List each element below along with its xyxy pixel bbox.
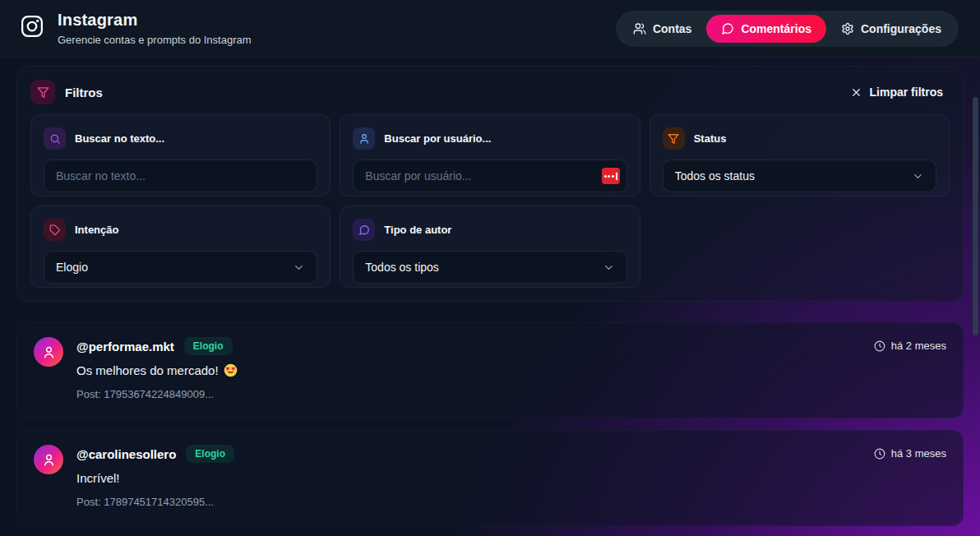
filter-label: Status bbox=[694, 132, 727, 145]
comment-text: Os melhores do mercado! ♥ ♥ bbox=[76, 363, 861, 377]
status-select[interactable]: Todos os status bbox=[663, 159, 936, 192]
app-header: Instagram Gerencie contas e prompts do I… bbox=[0, 0, 980, 58]
lastpass-autofill-icon[interactable] bbox=[602, 168, 620, 184]
main-nav: Contas Comentários Configurações bbox=[616, 11, 959, 47]
svg-text:♥: ♥ bbox=[225, 366, 229, 372]
instagram-logo-icon bbox=[20, 14, 44, 39]
tag-icon bbox=[44, 219, 66, 241]
comment-username: @performae.mkt bbox=[76, 340, 174, 353]
comment-username: @carolinesollero bbox=[76, 447, 176, 461]
person-icon bbox=[41, 452, 57, 468]
author-type-select[interactable]: Todos os tipos bbox=[353, 251, 626, 284]
filters-title: Filtros bbox=[65, 85, 103, 99]
comment-text-value: Incrível! bbox=[76, 471, 120, 485]
filter-label: Buscar por usuário... bbox=[384, 132, 491, 145]
comment-post-id: Post: 17897451714320595... bbox=[76, 496, 861, 508]
intent-select[interactable]: Elogio bbox=[44, 251, 317, 284]
comment-post-id: Post: 17953674224849009... bbox=[76, 388, 861, 400]
filter-card-user-search: Buscar por usuário... bbox=[340, 114, 640, 196]
intent-badge: Elogio bbox=[184, 337, 233, 355]
chevron-down-icon bbox=[293, 261, 305, 274]
scrollbar[interactable] bbox=[973, 97, 978, 335]
clock-icon bbox=[874, 448, 885, 460]
status-select-value: Todos os status bbox=[675, 169, 755, 183]
comment-timestamp: há 2 meses bbox=[874, 337, 946, 400]
chat-bubble-icon bbox=[353, 219, 375, 241]
clear-filters-button[interactable]: Limpar filtros bbox=[844, 81, 950, 104]
nav-tab-label: Comentários bbox=[741, 22, 811, 35]
text-search-input[interactable] bbox=[44, 159, 317, 192]
person-icon bbox=[41, 344, 57, 360]
page-subtitle: Gerencie contas e prompts do Instagram bbox=[58, 34, 252, 46]
filter-card-status: Status Todos os status bbox=[649, 114, 950, 196]
filter-card-text-search: Buscar no texto... bbox=[30, 114, 331, 196]
users-icon bbox=[633, 22, 646, 35]
filter-label: Tipo de autor bbox=[384, 224, 451, 236]
intent-badge: Elogio bbox=[186, 445, 234, 463]
intent-select-value: Elogio bbox=[56, 261, 88, 274]
nav-tab-label: Contas bbox=[653, 22, 691, 35]
filter-grid: Buscar no texto... Buscar por usuário... bbox=[30, 114, 950, 288]
user-icon bbox=[353, 127, 375, 150]
nav-tab-contas[interactable]: Contas bbox=[620, 15, 705, 43]
filter-icon bbox=[30, 80, 55, 104]
filter-icon bbox=[663, 127, 685, 150]
close-icon bbox=[850, 86, 862, 99]
clock-icon bbox=[874, 340, 885, 352]
nav-tab-label: Configurações bbox=[861, 22, 941, 35]
chevron-down-icon bbox=[603, 261, 615, 274]
comment-timestamp-label: há 3 meses bbox=[891, 447, 946, 460]
filters-panel: Filtros Limpar filtros Buscar no t bbox=[16, 66, 964, 302]
chat-bubble-icon bbox=[721, 22, 734, 35]
chevron-down-icon bbox=[912, 170, 924, 183]
comment-text: Incrível! bbox=[76, 471, 861, 485]
comment-timestamp: há 3 meses bbox=[874, 445, 946, 508]
filter-label: Buscar no texto... bbox=[75, 132, 164, 145]
nav-tab-comentarios[interactable]: Comentários bbox=[706, 15, 826, 43]
search-icon bbox=[44, 127, 66, 150]
avatar bbox=[34, 445, 63, 474]
clear-filters-label: Limpar filtros bbox=[870, 85, 943, 99]
comment-text-value: Os melhores do mercado! bbox=[76, 363, 219, 377]
comments-list: @performae.mkt Elogio Os melhores do mer… bbox=[16, 322, 964, 526]
comment-card[interactable]: @performae.mkt Elogio Os melhores do mer… bbox=[16, 322, 964, 418]
avatar bbox=[34, 337, 63, 367]
filter-label: Intenção bbox=[75, 224, 118, 236]
nav-tab-configuracoes[interactable]: Configurações bbox=[828, 15, 955, 43]
user-search-input[interactable] bbox=[353, 159, 626, 192]
page-title: Instagram bbox=[58, 11, 252, 30]
comment-card[interactable]: @carolinesollero Elogio Incrível! Post: … bbox=[16, 430, 964, 526]
gear-icon bbox=[841, 22, 854, 35]
filter-card-author-type: Tipo de autor Todos os tipos bbox=[340, 206, 640, 288]
filter-card-intent: Intenção Elogio bbox=[30, 206, 331, 288]
comment-timestamp-label: há 2 meses bbox=[891, 340, 946, 352]
heart-eyes-emoji: ♥ ♥ bbox=[224, 363, 238, 377]
author-type-select-value: Todos os tipos bbox=[365, 261, 439, 274]
svg-text:♥: ♥ bbox=[231, 366, 235, 372]
